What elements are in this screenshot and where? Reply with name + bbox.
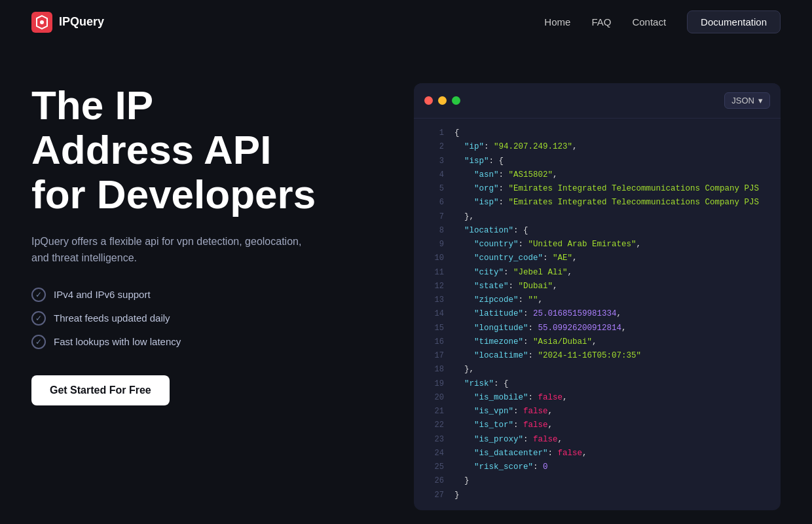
cta-button[interactable]: Get Started For Free <box>31 375 170 405</box>
code-line-13: 13 "zipcode": "", <box>414 293 781 307</box>
code-line-16: 16 "timezone": "Asia/Dubai", <box>414 335 781 349</box>
logo-text: IPQuery <box>59 15 104 29</box>
code-line-24: 24 "is_datacenter": false, <box>414 447 781 460</box>
svg-point-1 <box>40 20 44 24</box>
docs-button[interactable]: Documentation <box>687 10 781 33</box>
feature-item-1: ✓ IPv4 and IPv6 support <box>31 288 320 302</box>
code-line-17: 17 "localtime": "2024-11-16T05:07:35" <box>414 349 781 363</box>
code-line-22: 22 "is_tor": false, <box>414 419 781 432</box>
code-line-4: 4 "asn": "AS15802", <box>414 168 781 182</box>
hero-title: The IP Address API for Developers <box>31 83 320 217</box>
nav-links: Home FAQ Contact Documentation <box>544 10 781 33</box>
nav-contact[interactable]: Contact <box>632 16 666 28</box>
code-line-5: 5 "org": "Emirates Integrated Telecommun… <box>414 182 781 196</box>
code-line-20: 20 "is_mobile": false, <box>414 391 781 405</box>
traffic-light-green <box>452 96 460 105</box>
nav-faq[interactable]: FAQ <box>591 16 611 28</box>
feature-label-2: Threat feeds updated daily <box>54 312 170 324</box>
check-icon-2: ✓ <box>31 311 46 326</box>
code-line-26: 26 } <box>414 474 781 488</box>
check-icon-3: ✓ <box>31 335 46 349</box>
navbar: IPQuery Home FAQ Contact Documentation <box>0 0 812 44</box>
code-line-14: 14 "latitude": 25.01685159981334, <box>414 307 781 321</box>
code-line-3: 3 "isp": { <box>414 155 781 168</box>
code-line-6: 6 "isp": "Emirates Integrated Telecommun… <box>414 196 781 210</box>
code-line-18: 18 }, <box>414 363 781 377</box>
hero-left: The IP Address API for Developers IpQuer… <box>31 83 320 405</box>
code-line-8: 8 "location": { <box>414 224 781 238</box>
code-line-9: 9 "country": "United Arab Emirates", <box>414 238 781 252</box>
code-line-27: 27 } <box>414 489 781 502</box>
hero-subtitle: IpQuery offers a flexible api for vpn de… <box>31 233 320 267</box>
logo[interactable]: IPQuery <box>31 12 104 33</box>
code-line-21: 21 "is_vpn": false, <box>414 405 781 419</box>
code-line-1: 1 { <box>414 126 781 140</box>
feature-label-1: IPv4 and IPv6 support <box>54 289 151 300</box>
feature-item-3: ✓ Fast lookups with low latency <box>31 335 320 349</box>
code-line-19: 19 "risk": { <box>414 377 781 391</box>
code-line-2: 2 "ip": "94.207.249.123", <box>414 140 781 154</box>
chevron-down-icon: ▾ <box>758 96 763 105</box>
hero-section: The IP Address API for Developers IpQuer… <box>0 44 812 510</box>
nav-home[interactable]: Home <box>544 16 570 28</box>
traffic-lights <box>424 96 460 105</box>
format-label: JSON <box>731 96 754 105</box>
code-window: JSON ▾ 1 { 2 "ip": "94.207.249.123", 3 "… <box>414 83 781 510</box>
feature-item-2: ✓ Threat feeds updated daily <box>31 311 320 326</box>
code-titlebar: JSON ▾ <box>414 83 781 119</box>
code-line-7: 7 }, <box>414 210 781 224</box>
check-icon-1: ✓ <box>31 288 46 302</box>
code-line-11: 11 "city": "Jebel Ali", <box>414 266 781 280</box>
code-line-12: 12 "state": "Dubai", <box>414 280 781 293</box>
traffic-light-red <box>424 96 433 105</box>
feature-list: ✓ IPv4 and IPv6 support ✓ Threat feeds u… <box>31 288 320 349</box>
code-body: 1 { 2 "ip": "94.207.249.123", 3 "isp": {… <box>414 119 781 510</box>
feature-label-3: Fast lookups with low latency <box>54 336 181 347</box>
traffic-light-yellow <box>438 96 447 105</box>
logo-icon <box>31 12 52 33</box>
format-selector[interactable]: JSON ▾ <box>724 92 770 109</box>
code-line-15: 15 "longitude": 55.09926200912814, <box>414 322 781 335</box>
code-line-25: 25 "risk_score": 0 <box>414 460 781 474</box>
code-line-10: 10 "country_code": "AE", <box>414 252 781 265</box>
code-line-23: 23 "is_proxy": false, <box>414 433 781 447</box>
